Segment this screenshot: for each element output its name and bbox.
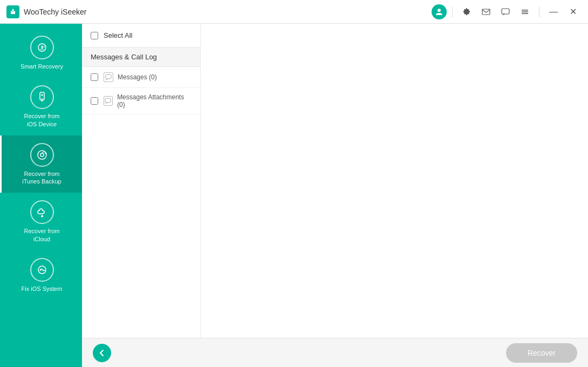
messages-checkbox[interactable] — [91, 73, 98, 81]
svg-rect-13 — [106, 74, 111, 79]
svg-point-9 — [38, 151, 46, 159]
category-item-messages-attachments[interactable]: Messages Attachments (0) — [82, 88, 200, 114]
back-button[interactable] — [93, 344, 111, 362]
recover-ios-icon — [30, 85, 54, 109]
sidebar-item-smart-recovery[interactable]: Smart Recovery — [0, 28, 82, 78]
mail-button[interactable] — [477, 3, 495, 21]
messages-label: Messages (0) — [118, 73, 157, 81]
svg-rect-1 — [482, 9, 490, 15]
inner-content: Select All Messages & Call Log Messages … — [82, 24, 588, 338]
sidebar-item-fix-ios[interactable]: Fix iOS System — [0, 250, 82, 300]
main-layout: Smart Recovery Recover fromiOS Device — [0, 24, 588, 367]
svg-rect-2 — [502, 9, 509, 14]
recover-itunes-icon — [30, 143, 54, 167]
messages-attachments-icon — [104, 96, 113, 106]
messages-attachments-label: Messages Attachments (0) — [117, 93, 192, 108]
svg-rect-4 — [522, 11, 528, 12]
fix-ios-icon — [30, 258, 54, 282]
svg-point-8 — [42, 98, 43, 99]
chat-button[interactable] — [497, 3, 514, 21]
sidebar-label-recover-itunes: Recover fromiTunes Backup — [22, 170, 61, 186]
svg-rect-5 — [522, 13, 528, 14]
minimize-button[interactable]: — — [545, 3, 562, 21]
titlebar: WooTechy iSeeker — [0, 0, 588, 24]
recover-button[interactable]: Recover — [506, 343, 577, 363]
settings-button[interactable] — [458, 3, 475, 21]
svg-rect-14 — [105, 98, 111, 103]
close-button[interactable]: ✕ — [564, 3, 582, 21]
sidebar-label-fix-ios: Fix iOS System — [22, 285, 63, 293]
sidebar-item-recover-ios[interactable]: Recover fromiOS Device — [0, 78, 82, 135]
recover-icloud-icon — [30, 200, 54, 224]
separator2 — [539, 6, 539, 17]
select-all-row: Select All — [82, 24, 200, 47]
smart-recovery-icon — [30, 36, 54, 59]
messages-icon — [104, 72, 113, 82]
svg-point-10 — [40, 153, 44, 157]
preview-area — [201, 24, 588, 338]
svg-point-0 — [437, 9, 441, 12]
svg-point-12 — [39, 269, 41, 271]
category-panel: Select All Messages & Call Log Messages … — [82, 24, 201, 338]
select-all-label: Select All — [104, 31, 132, 39]
separator — [452, 6, 453, 17]
svg-rect-3 — [522, 10, 528, 11]
app-logo — [6, 5, 19, 18]
sidebar-label-smart-recovery: Smart Recovery — [20, 63, 63, 70]
menu-button[interactable] — [516, 3, 534, 21]
sidebar-label-recover-icloud: Recover fromiCloud — [24, 227, 59, 243]
category-header: Messages & Call Log — [82, 47, 200, 67]
app-title: WooTechy iSeeker — [24, 8, 432, 16]
sidebar-item-recover-icloud[interactable]: Recover fromiCloud — [0, 193, 82, 250]
messages-attachments-checkbox[interactable] — [91, 97, 98, 105]
user-avatar[interactable] — [432, 4, 447, 19]
sidebar-item-recover-itunes[interactable]: Recover fromiTunes Backup — [0, 135, 82, 193]
bottom-bar: Recover — [82, 338, 588, 367]
titlebar-actions: — ✕ — [432, 3, 582, 21]
select-all-checkbox[interactable] — [91, 32, 98, 39]
sidebar-label-recover-ios: Recover fromiOS Device — [24, 112, 59, 128]
category-item-messages[interactable]: Messages (0) — [82, 67, 200, 88]
content-area: Select All Messages & Call Log Messages … — [82, 24, 588, 367]
sidebar: Smart Recovery Recover fromiOS Device — [0, 24, 82, 367]
